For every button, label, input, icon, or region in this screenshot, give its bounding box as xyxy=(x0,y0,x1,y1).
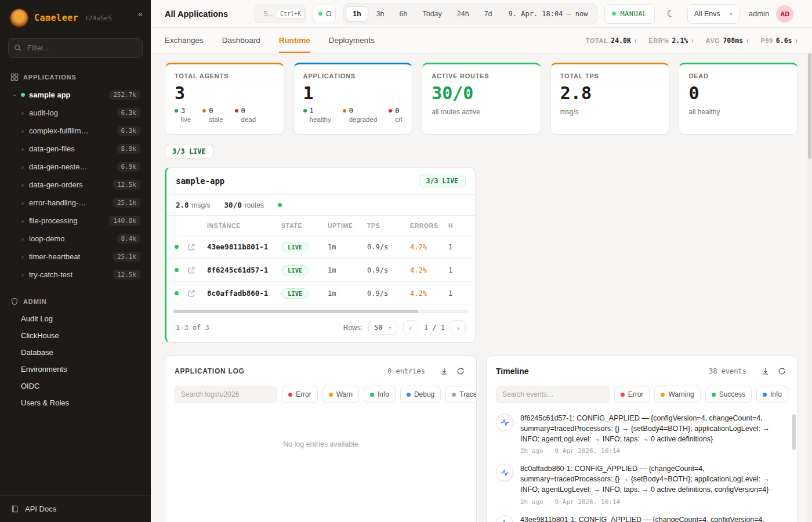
scrollbar-thumb[interactable] xyxy=(173,310,418,313)
arrow-up-icon: ↑ xyxy=(634,37,637,44)
tab-dashboard[interactable]: Dashboard xyxy=(222,28,260,53)
table-row[interactable]: 8c0affadb860-1 LIVE 1m 0.9/s 4.2% 1 xyxy=(166,282,475,305)
breakdown-live: 3live xyxy=(175,107,191,125)
heap-cell: 1 xyxy=(448,266,476,274)
dark-mode-toggle[interactable]: ☾ xyxy=(662,5,680,23)
panel-title: APPLICATION LOG xyxy=(175,367,245,375)
rows-label: Rows: xyxy=(343,324,362,332)
sidebar-item-try-catch-test[interactable]: › try-catch-test 12.5k xyxy=(6,266,145,284)
logo-icon xyxy=(9,8,29,28)
page-title: All Applications xyxy=(165,9,228,19)
sidebar: Cameleer f24a5e5 « APPLICATIONS ⌄ sample… xyxy=(0,0,151,522)
list-item[interactable]: 8f6245c61d57-1: CONFIG_APPLIED — {config… xyxy=(496,414,785,455)
sample-app-panel: sample-app 3/3 LIVE 2.8 msg/s 30/0 route… xyxy=(165,167,476,343)
stat-total: TOTAL 24.0K ↑ xyxy=(586,37,637,45)
sidebar-item-error-handling[interactable]: › error-handling-… 25.1k xyxy=(6,194,145,212)
rows-per-page-select[interactable]: 50 ▾ xyxy=(368,321,397,335)
sidebar-item-complex-fulfillment[interactable]: › complex-fulfillm… 6.3k xyxy=(6,122,145,140)
summary-stats: TOTAL 24.0K ↑ ERR% 2.1% ↑ AVG 708ms ↑ P9… xyxy=(586,28,798,53)
range-button-7d[interactable]: 7d xyxy=(477,6,499,21)
arrow-up-icon: ↑ xyxy=(795,37,799,44)
range-button-24h[interactable]: 24h xyxy=(450,6,476,21)
tree-item-count-badge: 6.9k xyxy=(117,162,141,172)
log-filter-trace[interactable]: Trace xyxy=(445,386,477,403)
timeline-filter-success[interactable]: Success xyxy=(705,386,752,403)
scrollbar-thumb[interactable] xyxy=(792,414,796,450)
status-dot xyxy=(175,109,178,113)
sidebar-item-loop-demo[interactable]: › loop-demo 8.4k xyxy=(6,230,145,248)
event-timestamp: 2h ago · 9 Apr 2026, 16:14 xyxy=(520,447,785,455)
app-tps-value: 2.8 xyxy=(176,201,189,209)
scrollbar-thumb[interactable] xyxy=(808,53,811,159)
sidebar-item-file-processing[interactable]: › file-processing 140.8k xyxy=(6,212,145,230)
uptime-cell: 1m xyxy=(328,266,367,274)
sidebar-item-data-gen-nested[interactable]: › data-gen-neste… 6.9k xyxy=(6,158,145,176)
log-filter-info[interactable]: Info xyxy=(364,386,396,403)
sidebar-item-timer-heartbeat[interactable]: › timer-heartbeat 25.1k xyxy=(6,248,145,266)
app-name: sample-app xyxy=(176,176,224,186)
download-icon[interactable] xyxy=(759,365,772,378)
external-link-icon[interactable] xyxy=(187,243,207,251)
uptime-cell: 1m xyxy=(328,243,367,251)
sidebar-item-database[interactable]: Database xyxy=(6,344,145,361)
status-dot xyxy=(175,291,179,295)
sidebar-item-data-gen-orders[interactable]: › data-gen-orders 12.5k xyxy=(6,176,145,194)
log-search-input[interactable] xyxy=(175,386,277,403)
tab-exchanges[interactable]: Exchanges xyxy=(165,28,204,53)
refresh-icon[interactable] xyxy=(454,365,467,378)
sidebar-collapse-icon[interactable]: « xyxy=(138,8,143,18)
avatar[interactable]: AD xyxy=(776,5,793,23)
tree-item-count-badge: 12.5k xyxy=(113,270,140,280)
table-row[interactable]: 8f6245c61d57-1 LIVE 1m 0.9/s 4.2% 1 xyxy=(166,259,475,282)
sidebar-item-users-roles[interactable]: Users & Roles xyxy=(6,394,145,411)
external-link-icon[interactable] xyxy=(187,266,207,274)
api-docs-link[interactable]: API Docs xyxy=(0,495,151,522)
log-filter-debug[interactable]: Debug xyxy=(400,386,441,403)
sidebar-item-oidc[interactable]: OIDC xyxy=(6,378,145,394)
global-search-input[interactable] xyxy=(263,10,274,18)
range-button-1h[interactable]: 1h xyxy=(346,6,368,21)
tab-deployments[interactable]: Deployments xyxy=(329,28,375,53)
range-button-6h[interactable]: 6h xyxy=(393,6,415,21)
admin-item-label: Users & Roles xyxy=(21,398,69,407)
sidebar-item-clickhouse[interactable]: ClickHouse xyxy=(6,327,145,344)
sidebar-item-audit-log-admin[interactable]: Audit Log xyxy=(6,310,145,327)
manual-refresh-button[interactable]: MANUAL xyxy=(604,4,654,24)
stat-cards-row: TOTAL AGENTS 3 3live 0stale 0dead xyxy=(165,63,798,135)
card-total-tps: TOTAL TPS 2.8 msg/s xyxy=(550,63,670,135)
status-dot xyxy=(235,109,238,113)
log-empty-state: No log entries available xyxy=(165,410,476,448)
prev-page-button[interactable]: ‹ xyxy=(403,320,418,335)
global-search[interactable]: Ctrl+K xyxy=(255,5,306,23)
download-icon[interactable] xyxy=(438,365,451,378)
list-item[interactable]: 43ee9811b801-1: CONFIG_APPLIED — {change… xyxy=(496,515,785,522)
horizontal-scrollbar[interactable] xyxy=(173,310,468,313)
timeline-filter-error[interactable]: Error xyxy=(614,386,650,403)
sidebar-item-audit-log[interactable]: › audit-log 6.3k xyxy=(6,104,145,122)
date-range-display[interactable]: 9. Apr. 18:04 — now xyxy=(501,10,595,18)
list-item[interactable]: 8c0affadb860-1: CONFIG_APPLIED — {change… xyxy=(496,464,785,505)
status-dot xyxy=(278,203,282,207)
timeline-filter-warning[interactable]: Warning xyxy=(654,386,700,403)
sidebar-item-environments[interactable]: Environments xyxy=(6,361,145,378)
instance-id: 8f6245c61d57-1 xyxy=(207,266,281,274)
timeline-search-input[interactable] xyxy=(496,386,610,403)
refresh-icon[interactable] xyxy=(775,365,788,378)
page-scrollbar[interactable] xyxy=(807,53,812,522)
api-docs-label: API Docs xyxy=(25,505,56,513)
range-button-today[interactable]: Today xyxy=(415,6,448,21)
sidebar-filter-input[interactable] xyxy=(8,38,143,58)
connection-status-pill[interactable]: O xyxy=(313,5,336,23)
sidebar-item-data-gen-files[interactable]: › data-gen-files 8.9k xyxy=(6,140,145,158)
table-row[interactable]: 43ee9811b801-1 LIVE 1m 0.9/s 4.2% 1 xyxy=(166,235,475,259)
timeline-scrollbar[interactable] xyxy=(792,414,796,522)
sidebar-item-sample-app[interactable]: ⌄ sample app 252.7k xyxy=(6,86,145,104)
range-button-3h[interactable]: 3h xyxy=(369,6,392,21)
timeline-filter-info[interactable]: Info xyxy=(756,386,788,403)
log-filter-warn[interactable]: Warn xyxy=(322,386,359,403)
next-page-button[interactable]: › xyxy=(451,320,466,335)
log-filter-error[interactable]: Error xyxy=(282,386,318,403)
environment-select[interactable]: All Envs ▾ xyxy=(687,4,740,24)
external-link-icon[interactable] xyxy=(187,289,207,298)
tab-runtime[interactable]: Runtime xyxy=(279,28,310,53)
